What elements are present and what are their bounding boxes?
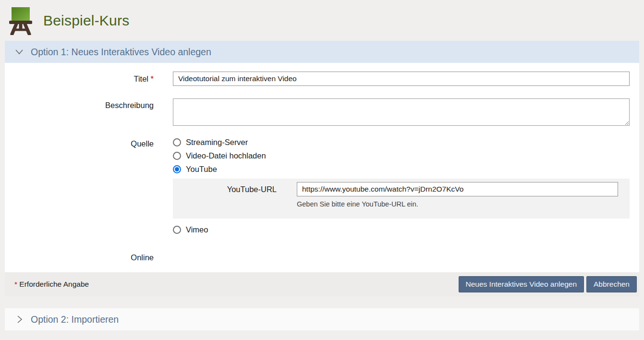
quelle-row: Quelle Streaming-Server Video-Datei hoch…: [5, 138, 639, 239]
radio-label: Streaming-Server: [186, 138, 248, 147]
section2-title: Option 2: Importieren: [31, 314, 119, 325]
radio-label: Vimeo: [186, 225, 208, 234]
option1-form: Titel * Beschreibung Quelle Streaming-Se…: [5, 63, 639, 272]
chevron-right-icon: [14, 314, 24, 325]
form-footer: * Erforderliche Angabe Neues Interaktive…: [5, 272, 639, 296]
page-title: Beispiel-Kurs: [43, 12, 129, 29]
section-header-option1[interactable]: Option 1: Neues Interaktives Video anleg…: [5, 41, 639, 63]
beschreibung-row: Beschreibung: [5, 98, 639, 128]
radio-icon[interactable]: [173, 226, 181, 234]
youtube-url-box: YouTube-URL Geben Sie bitte eine YouTube…: [173, 179, 630, 219]
app-header: Beispiel-Kurs: [0, 0, 644, 41]
youtube-url-label: YouTube-URL: [173, 182, 297, 196]
youtube-url-help: Geben Sie bitte eine YouTube-URL ein.: [297, 200, 630, 208]
option2-panel: Option 2: Importieren: [5, 308, 639, 330]
radio-label: YouTube: [186, 165, 217, 174]
option1-panel: Option 1: Neues Interaktives Video anleg…: [5, 41, 639, 296]
section1-title: Option 1: Neues Interaktives Video anleg…: [31, 47, 211, 58]
chevron-down-icon: [14, 47, 24, 57]
submit-button[interactable]: Neues Interaktives Video anlegen: [459, 276, 584, 292]
section-gap: [0, 296, 644, 308]
quelle-label: Quelle: [5, 138, 173, 239]
beschreibung-label: Beschreibung: [5, 98, 173, 128]
radio-icon[interactable]: [173, 138, 181, 146]
required-hint: * Erforderliche Angabe: [14, 280, 89, 289]
youtube-url-input[interactable]: [297, 182, 618, 196]
titel-input[interactable]: [173, 72, 630, 86]
titel-row: Titel *: [5, 72, 639, 86]
required-asterisk: *: [14, 280, 17, 288]
beschreibung-textarea[interactable]: [173, 98, 630, 126]
online-label: Online: [5, 253, 173, 262]
section-header-option2[interactable]: Option 2: Importieren: [5, 308, 639, 330]
radio-label: Video-Datei hochladen: [186, 151, 266, 160]
radio-option-vimeo[interactable]: Vimeo: [173, 225, 630, 234]
course-easel-icon: [9, 7, 33, 35]
radio-icon[interactable]: [173, 152, 181, 160]
cancel-button[interactable]: Abbrechen: [586, 276, 637, 292]
required-asterisk: *: [151, 74, 154, 83]
radio-option-youtube[interactable]: YouTube: [173, 165, 630, 174]
radio-icon[interactable]: [173, 165, 181, 173]
radio-option-video-datei[interactable]: Video-Datei hochladen: [173, 151, 630, 160]
titel-label: Titel *: [5, 72, 173, 86]
radio-option-streaming-server[interactable]: Streaming-Server: [173, 138, 630, 147]
online-row: Online: [5, 253, 639, 262]
